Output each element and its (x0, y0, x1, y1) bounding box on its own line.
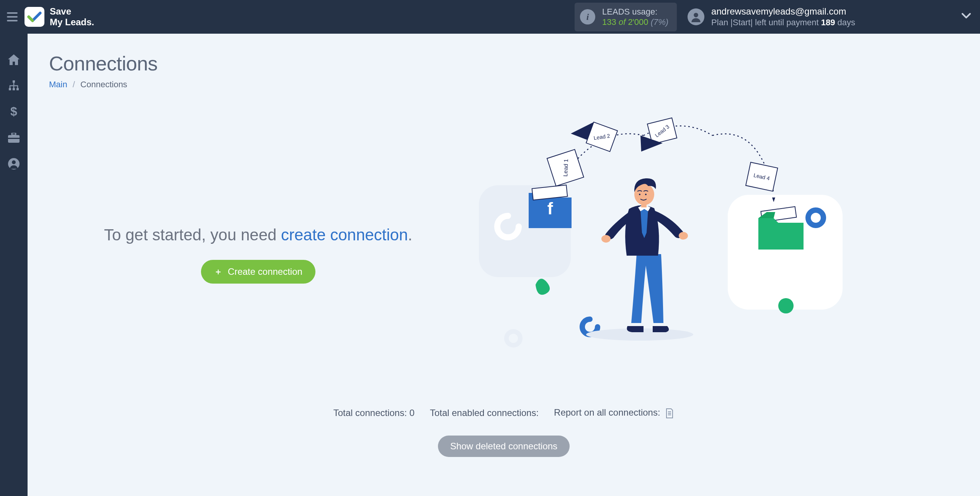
account-email: andrewsavemyleads@gmail.com (711, 6, 855, 17)
svg-rect-2 (9, 88, 11, 90)
usage-box[interactable]: i LEADS usage: 133 of 2'000 (7%) (575, 3, 677, 31)
svg-rect-4 (16, 88, 19, 90)
usage-total: 2'000 (628, 17, 648, 27)
plus-icon: ＋ (214, 266, 222, 277)
logo[interactable]: Save My Leads. (24, 6, 94, 27)
stat-report-label: Report on all connections: (554, 407, 660, 418)
info-icon: i (580, 9, 595, 24)
avatar-icon (688, 8, 704, 25)
illustration: f Lead 1 Lead 2 (467, 124, 959, 384)
stat-total: Total connections: 0 (333, 408, 415, 418)
svg-rect-7 (12, 133, 16, 135)
stat-report: Report on all connections: (554, 407, 674, 419)
svg-rect-8 (8, 138, 20, 139)
svg-rect-3 (13, 88, 15, 90)
show-deleted-button[interactable]: Show deleted connections (438, 436, 570, 457)
logo-line1: Save (50, 6, 94, 17)
svg-text:f: f (547, 199, 553, 218)
account-text: andrewsavemyleads@gmail.com Plan |Start|… (711, 6, 855, 28)
header-right: i LEADS usage: 133 of 2'000 (7%) andrews (575, 3, 971, 31)
main: Connections Main / Connections To get st… (28, 34, 980, 496)
usage-of: of (619, 17, 626, 27)
svg-point-15 (506, 331, 520, 345)
hamburger-menu-icon[interactable] (7, 12, 18, 21)
logo-icon (24, 7, 44, 27)
svg-text:$: $ (10, 106, 17, 118)
svg-point-0 (694, 13, 698, 18)
create-connection-button[interactable]: ＋ Create connection (201, 260, 315, 284)
stat-enabled: Total enabled connections: (430, 408, 539, 418)
document-icon[interactable] (665, 408, 674, 419)
svg-point-10 (12, 160, 16, 164)
create-btn-label: Create connection (228, 266, 302, 277)
breadcrumb: Main / Connections (49, 80, 959, 90)
stat-total-label: Total connections: (333, 408, 410, 418)
sidebar-connections-icon[interactable] (6, 78, 21, 93)
lead-label-1: Lead 1 (562, 159, 569, 176)
sidebar-billing-icon[interactable]: $ (6, 104, 21, 119)
account-box[interactable]: andrewsavemyleads@gmail.com Plan |Start|… (688, 6, 971, 28)
blurb: To get started, you need create connecti… (72, 225, 444, 246)
plan-prefix: Plan |Start| left until payment (711, 18, 821, 27)
plan-days: 189 (821, 18, 835, 27)
blurb-suffix: . (408, 226, 413, 244)
left-col: To get started, you need create connecti… (49, 225, 467, 284)
account-plan: Plan |Start| left until payment 189 days (711, 17, 855, 28)
usage-label: LEADS usage: (602, 7, 668, 17)
page-title: Connections (49, 52, 959, 75)
sidebar-briefcase-icon[interactable] (6, 130, 21, 145)
sidebar-profile-icon[interactable] (6, 156, 21, 171)
svg-point-24 (601, 235, 611, 243)
illustration-svg: f Lead 1 Lead 2 (467, 101, 843, 377)
svg-point-25 (679, 232, 688, 240)
logo-line2: My Leads. (50, 17, 94, 28)
svg-rect-1 (13, 80, 15, 83)
sidebar-home-icon[interactable] (6, 52, 21, 67)
header-left: Save My Leads. (7, 6, 94, 27)
content-row: To get started, you need create connecti… (49, 124, 959, 384)
svg-point-30 (645, 194, 647, 195)
breadcrumb-current: Connections (80, 80, 127, 89)
svg-point-28 (650, 193, 654, 198)
usage-text: LEADS usage: 133 of 2'000 (7%) (602, 7, 668, 28)
svg-point-29 (639, 194, 640, 195)
breadcrumb-main[interactable]: Main (49, 80, 67, 89)
svg-point-14 (778, 298, 794, 313)
usage-used: 133 (602, 17, 616, 27)
usage-numbers: 133 of 2'000 (7%) (602, 17, 668, 28)
stat-total-value: 0 (410, 408, 415, 418)
header: Save My Leads. i LEADS usage: 133 of 2'0… (0, 0, 980, 34)
sidebar: $ (0, 34, 28, 496)
breadcrumb-sep: / (73, 80, 75, 89)
blurb-prefix: To get started, you need (104, 226, 281, 244)
logo-text: Save My Leads. (50, 6, 94, 27)
blurb-link[interactable]: create connection (281, 226, 408, 244)
usage-pct: (7%) (651, 17, 668, 27)
plan-suffix: days (835, 18, 855, 27)
chevron-down-icon[interactable] (962, 13, 971, 21)
stats-row: Total connections: 0 Total enabled conne… (49, 407, 959, 419)
